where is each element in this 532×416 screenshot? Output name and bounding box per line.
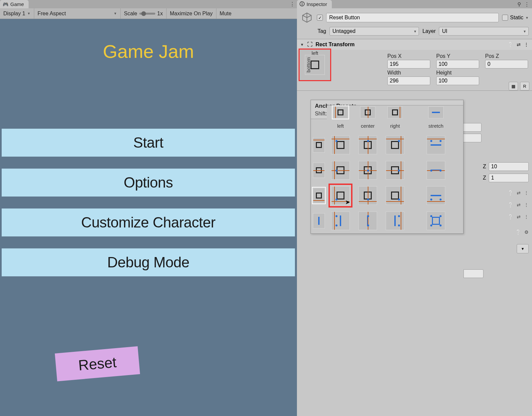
- preset-icon[interactable]: ⇄: [517, 214, 521, 219]
- anchor-cell-top-center[interactable]: [358, 136, 377, 154]
- col-header-stretch: stretch: [409, 119, 463, 132]
- anchor-cell-bottom-left[interactable]: ➤: [331, 186, 350, 205]
- help-icon[interactable]: ❔: [508, 42, 513, 47]
- aspect-dropdown[interactable]: Free Aspect ▼: [34, 8, 121, 19]
- slider-knob[interactable]: [141, 11, 146, 16]
- rotation-z-field[interactable]: 10: [489, 162, 529, 171]
- shader-dropdown-caret[interactable]: ▼: [517, 244, 529, 253]
- more-icon[interactable]: ⋮: [524, 190, 529, 196]
- anchor-preset-button[interactable]: left bottom: [299, 49, 331, 81]
- posx-label: Pos X: [387, 53, 430, 59]
- anchor-cell-middle-stretch[interactable]: [427, 161, 445, 180]
- component-more-icon[interactable]: ⋮: [524, 42, 529, 47]
- game-tab[interactable]: 🎮 Game: [0, 0, 29, 8]
- material-actions-row: ❔⚙: [515, 229, 529, 235]
- tab-more-icon[interactable]: ⋮: [524, 1, 529, 7]
- gameobject-icon[interactable]: [300, 11, 314, 24]
- component-actions-row: ❔⇄⋮: [508, 202, 529, 208]
- menu-button-customize[interactable]: Customize Character: [2, 208, 295, 236]
- info-icon: ⓘ: [300, 1, 305, 7]
- scale-control[interactable]: Scale 1x: [121, 8, 167, 19]
- game-toolbar: Display 1▼ Free Aspect ▼ Scale 1x Maximi…: [0, 8, 297, 19]
- anchor-cell-top-none[interactable]: [313, 137, 325, 153]
- anchor-cell-none-right[interactable]: [387, 106, 403, 118]
- gear-icon[interactable]: ⚙: [524, 229, 529, 235]
- menu-button-start[interactable]: Start: [2, 129, 295, 157]
- col-header-center: center: [354, 119, 381, 132]
- help-icon[interactable]: ❔: [508, 202, 513, 208]
- anchor-cell-stretch-center[interactable]: [358, 211, 377, 230]
- anchor-cell-top-stretch[interactable]: [427, 136, 445, 154]
- component-header[interactable]: ▼ ⛶ Rect Transform ❔ ⇄ ⋮: [297, 39, 532, 50]
- col-header-left: left: [327, 119, 354, 132]
- scale-z-field[interactable]: 1: [489, 174, 529, 182]
- component-actions-row: ❔⇄⋮: [508, 190, 529, 196]
- field-edge[interactable]: [464, 269, 483, 278]
- mute-toggle[interactable]: Mute: [216, 8, 235, 19]
- anchor-cell-top-right[interactable]: [386, 136, 404, 154]
- width-field[interactable]: 296: [387, 76, 430, 85]
- maximize-toggle[interactable]: Maximize On Play: [167, 8, 216, 19]
- preset-icon[interactable]: ⇄: [517, 202, 521, 208]
- raw-mode-button[interactable]: R: [520, 82, 529, 90]
- rect-transform-component: ▼ ⛶ Rect Transform ❔ ⇄ ⋮ left bottom Pos…: [297, 39, 532, 91]
- anchor-cell-middle-right[interactable]: [386, 161, 404, 180]
- menu-button-options[interactable]: Options: [2, 169, 295, 197]
- anchor-cell-middle-left[interactable]: [331, 161, 350, 180]
- lock-icon[interactable]: ⚲: [517, 1, 521, 7]
- more-icon[interactable]: ⋮: [524, 202, 529, 208]
- component-actions-row: ❔⇄⋮: [508, 214, 529, 219]
- field-edge[interactable]: [462, 123, 481, 132]
- more-icon[interactable]: ⋮: [524, 214, 529, 219]
- gameobject-name-field[interactable]: Reset Button: [326, 13, 499, 22]
- anchor-cell-none-stretch[interactable]: [428, 106, 444, 118]
- reset-button[interactable]: Reset: [55, 346, 140, 381]
- static-checkbox[interactable]: [502, 15, 508, 21]
- expand-icon[interactable]: ▼: [300, 43, 304, 47]
- component-title: Rect Transform: [316, 42, 354, 48]
- anchor-cell-middle-center[interactable]: [358, 161, 377, 180]
- display-dropdown[interactable]: Display 1▼: [0, 8, 34, 19]
- help-icon[interactable]: ❔: [508, 190, 513, 196]
- tag-dropdown[interactable]: Untagged▼: [330, 27, 419, 36]
- anchor-cell-stretch-right[interactable]: [386, 211, 404, 230]
- anchor-cell-bottom-center[interactable]: [358, 186, 377, 205]
- blueprint-mode-button[interactable]: ▦: [509, 82, 518, 90]
- tab-more-icon[interactable]: ⋮: [290, 1, 295, 7]
- anchor-cell-top-left[interactable]: [331, 136, 350, 154]
- anchor-cell-none-left[interactable]: [333, 106, 348, 118]
- anchor-cell-none-center[interactable]: [360, 106, 375, 118]
- inspector-tab[interactable]: ⓘ Inspector: [297, 0, 332, 8]
- anchor-cell-bottom-stretch[interactable]: [427, 186, 445, 205]
- help-icon[interactable]: ❔: [515, 229, 521, 235]
- posz-field[interactable]: 0: [485, 60, 528, 69]
- anchor-glyph-icon: [311, 61, 319, 69]
- gameobject-enabled-checkbox[interactable]: ✓: [317, 15, 323, 21]
- game-panel: 🎮 Game ⋮ Display 1▼ Free Aspect ▼ Scale …: [0, 0, 297, 416]
- scale-label: Scale: [124, 11, 137, 17]
- anchor-cell-bottom-none[interactable]: [313, 188, 325, 203]
- scale-z-row: Z 1: [480, 174, 529, 182]
- preset-icon[interactable]: ⇄: [517, 42, 521, 47]
- caret-icon: ▼: [413, 30, 417, 33]
- preset-icon[interactable]: ⇄: [517, 190, 521, 196]
- scale-slider[interactable]: [139, 13, 155, 15]
- anchor-cell-stretch-left[interactable]: [331, 211, 350, 230]
- posy-label: Pos Y: [436, 53, 479, 59]
- menu-button-debug[interactable]: Debug Mode: [2, 248, 295, 276]
- field-edge[interactable]: [462, 134, 481, 142]
- anchor-cell-stretch-stretch[interactable]: [427, 211, 445, 230]
- menu-button-label: Customize Character: [81, 214, 215, 231]
- layer-dropdown[interactable]: UI▼: [439, 27, 529, 36]
- anchor-cell-stretch-none[interactable]: [313, 213, 325, 228]
- posx-field[interactable]: 195: [387, 60, 430, 69]
- help-icon[interactable]: ❔: [508, 214, 513, 219]
- anchor-cell-middle-none[interactable]: [313, 163, 325, 178]
- cursor-icon: ➤: [345, 199, 350, 206]
- caret-icon[interactable]: ▼: [525, 16, 529, 20]
- anchor-cell-bottom-right[interactable]: [386, 186, 404, 205]
- game-view: Game Jam Start Options Customize Charact…: [0, 19, 297, 416]
- height-field[interactable]: 100: [436, 76, 479, 85]
- posy-field[interactable]: 100: [436, 60, 479, 69]
- posz-label: Pos Z: [485, 53, 528, 59]
